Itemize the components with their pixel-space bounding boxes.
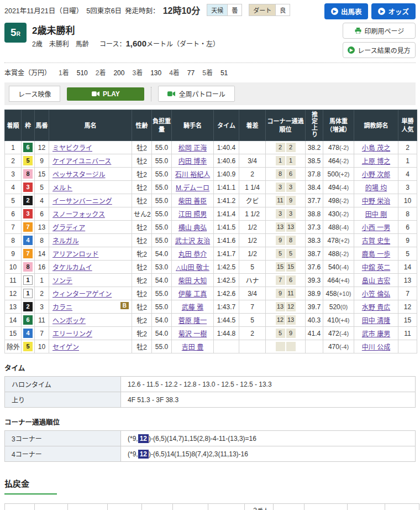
horse-name-cell: ケイアイユニバース	[49, 154, 132, 168]
horse-name-link[interactable]: エリーリング	[53, 330, 92, 338]
col-horse-weight: 馬体重（増減）	[323, 110, 354, 141]
trainer-name-link[interactable]: 小島 茂之	[362, 144, 390, 152]
video-camera-icon	[92, 91, 99, 97]
carried-weight: 55.0	[152, 340, 172, 353]
result-row: 435メルト牡255.0M.デムーロ1:41.11 1/43338.4494(-…	[5, 181, 417, 194]
horse-name-link[interactable]: ペッサスタージル	[53, 171, 106, 179]
finish-time: 1:41.1	[214, 181, 239, 194]
horse-weight: 540(-4)	[323, 261, 354, 274]
trainer-name-link[interactable]: 的場 均	[365, 184, 387, 192]
corner-position-box: 9	[286, 196, 296, 205]
carried-weight: 55.0	[152, 194, 172, 207]
jockey-name-link[interactable]: 柴田 善臣	[179, 197, 207, 205]
horse-name-link[interactable]: カラニ	[53, 304, 72, 311]
print-page-button[interactable]: 印刷用ページ	[343, 23, 416, 39]
jockey-name-link[interactable]: 伊藤 工真	[179, 290, 207, 298]
finish-position: 5	[5, 194, 22, 207]
bracket-cell: 7	[22, 221, 35, 234]
jockey-cell: 武士沢 友治	[172, 234, 214, 247]
trainer-name-link[interactable]: 上原 博之	[362, 158, 390, 165]
result-row: 259ケイアイユニバース牡255.0内田 博幸1:40.63/41138.546…	[5, 154, 417, 168]
payout-type-label: 馬連	[274, 504, 305, 510]
margin: ハナ	[239, 274, 266, 287]
entries-button[interactable]: 出馬表	[324, 3, 369, 19]
table-row: 4コーナー (*9,12)-(6,5)14(1,15)8(7,4)2,3(11,…	[5, 446, 416, 462]
trainer-name-link[interactable]: 中川 公成	[362, 344, 390, 351]
trainer-name-link[interactable]: 中舘 英二	[362, 264, 390, 272]
horse-name-link[interactable]: ケイアイユニバース	[53, 158, 111, 165]
horse-name-link[interactable]: イーサンバーニング	[53, 197, 112, 205]
prize-item: 5着51	[202, 69, 228, 77]
corner-position-box: 2	[276, 143, 285, 152]
jockey-name-link[interactable]: 柴田 大知	[179, 277, 207, 285]
results-guide-button[interactable]: レース結果の見方	[343, 42, 416, 58]
result-row: 3815ペッサスタージル牡255.0石川 裕紀人1:40.928637.8500…	[5, 168, 417, 181]
horse-weight: 464(+4)	[323, 274, 354, 287]
win-popularity: 6	[398, 221, 417, 234]
corner-position-box: 9	[276, 236, 285, 245]
horse-name-link[interactable]: スノーフォックス	[53, 211, 105, 218]
horse-name-cell: ネルガル	[49, 234, 132, 247]
sex-age: 牡2	[132, 300, 152, 314]
trainer-name-link[interactable]: 古賀 史生	[362, 237, 390, 245]
finish-position: 除外	[5, 340, 22, 353]
trainer-name-link[interactable]: 鹿島 一歩	[362, 251, 390, 258]
trainer-name-link[interactable]: 田中 清隆	[362, 317, 390, 325]
jockey-name-link[interactable]: 石川 裕紀人	[175, 171, 210, 179]
play-button[interactable]: PLAY	[67, 87, 144, 101]
estimated-last3f: 37.8	[306, 168, 323, 181]
trainer-name-link[interactable]: 小野 次郎	[362, 171, 390, 179]
bracket-cell: 1	[22, 274, 35, 287]
horse-name-link[interactable]: グラディア	[53, 224, 85, 232]
jockey-name-link[interactable]: 丸田 恭介	[179, 251, 207, 258]
jockey-name-link[interactable]: 菊沢 一樹	[179, 330, 207, 338]
trainer-name-link[interactable]: 畠山 吉宏	[362, 277, 390, 285]
finish-position: 1	[5, 141, 22, 154]
odds-button[interactable]: オッズ	[371, 3, 416, 19]
horse-weight-value: 458	[326, 290, 337, 298]
horse-name-link[interactable]: ネルガル	[53, 237, 79, 245]
course-unit: メートル（ダート・左）	[146, 40, 219, 48]
margin: クビ	[239, 194, 266, 207]
horse-name-link[interactable]: ミヤビクライ	[53, 144, 92, 152]
horse-name-link[interactable]: ヘンボッケ	[53, 317, 86, 325]
corner-order-cell: 119	[266, 194, 306, 207]
estimated-last3f: 37.3	[306, 221, 323, 234]
trainer-name-link[interactable]: 小笠 倫弘	[362, 290, 390, 298]
sex-age: せん2	[132, 207, 152, 221]
trainer-name-link[interactable]: 小西 一男	[362, 224, 390, 232]
jockey-name-link[interactable]: 内田 博幸	[179, 158, 207, 165]
horse-name-link[interactable]: タケルカムイ	[53, 264, 92, 272]
race-conditions-line: 2歳 未勝利 馬齢 コース：1,600メートル（ダート・左）	[32, 39, 219, 48]
trainer-name-link[interactable]: 水野 貴広	[362, 304, 390, 311]
jockey-name-link[interactable]: 江田 照男	[179, 211, 207, 218]
horse-name-link[interactable]: アリアンロッド	[53, 251, 99, 258]
jockey-name-link[interactable]: 吉田 豊	[182, 344, 203, 351]
patrol-video-button[interactable]: 全周パトロール	[158, 86, 234, 102]
horse-name-link[interactable]: ウィンターアゲイン	[53, 290, 112, 298]
trainer-name-link[interactable]: 中野 栄治	[362, 197, 390, 205]
race-meta: 2021年11月21日（日曜） 5回東京6日 発走時刻： 12時10分 天候 曇…	[4, 3, 290, 17]
col-trainer: 調教師名	[354, 110, 398, 141]
horse-name-link[interactable]: メルト	[53, 184, 72, 192]
jockey-name-link[interactable]: 武藤 雅	[182, 304, 203, 311]
jockey-name-link[interactable]: 横山 典弘	[179, 224, 207, 232]
jockey-name-link[interactable]: 武士沢 友治	[175, 237, 210, 245]
horse-name-link[interactable]: セイゲン	[53, 344, 79, 351]
jockey-name-link[interactable]: M.デムーロ	[176, 184, 209, 192]
horse-weight: 470(-4)	[323, 340, 354, 353]
jockey-name-link[interactable]: △山田 敬士	[176, 264, 209, 272]
trainer-cell: 武市 康男	[354, 327, 398, 340]
horse-weight: 464(-2)	[323, 154, 354, 168]
horse-name-link[interactable]: ソンテ	[53, 277, 72, 285]
jockey-name-link[interactable]: 菅原 隆一	[179, 317, 207, 325]
corner-position-box: 15	[276, 262, 285, 272]
track-label: ダート	[249, 4, 275, 15]
jockey-name-link[interactable]: 松岡 正海	[179, 144, 207, 152]
horse-number: 14	[35, 247, 49, 261]
col-horse-name: 馬名	[49, 110, 132, 141]
trainer-name-link[interactable]: 田中 剛	[365, 211, 387, 218]
arrow-circle-icon	[331, 8, 338, 15]
trainer-name-link[interactable]: 武市 康男	[362, 330, 390, 338]
horse-weight-value: 470	[328, 343, 339, 351]
